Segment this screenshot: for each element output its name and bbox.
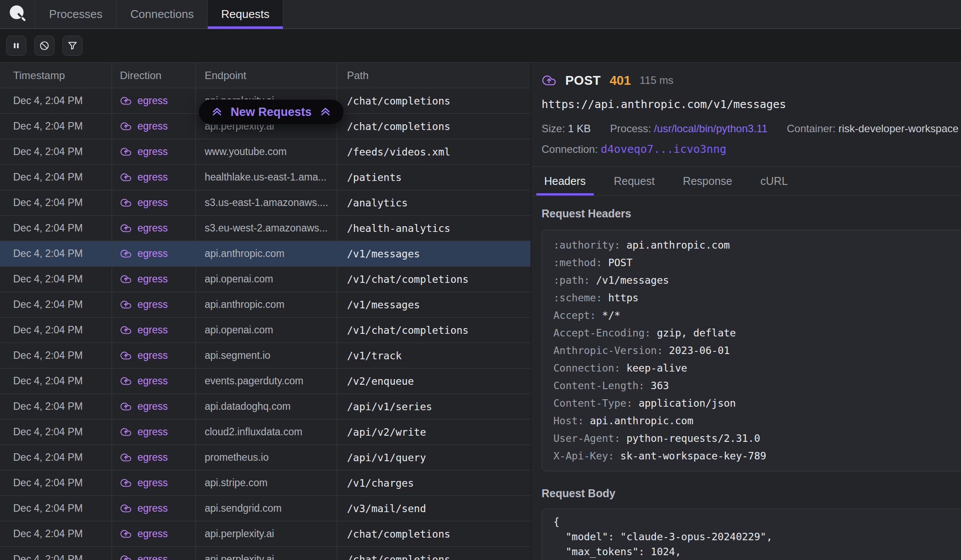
http-method: POST — [565, 73, 601, 88]
filter-button[interactable] — [62, 36, 83, 56]
endpoint-cell: s3.eu-west-2.amazonaws... — [196, 216, 337, 241]
column-header-timestamp: Timestamp — [0, 63, 112, 88]
path-cell: /chat/completions — [337, 121, 531, 132]
cloud-upload-icon — [120, 248, 132, 260]
header-key: Accept: — [553, 310, 602, 321]
app-logo-button[interactable] — [0, 0, 35, 28]
table-row[interactable]: Dec 4, 2:04 PM egress api.perplexity.ai … — [0, 547, 531, 560]
table-row[interactable]: Dec 4, 2:04 PM egress events.pagerduty.c… — [0, 369, 531, 394]
header-line: X-Api-Key: sk-ant-workspace-key-789 — [553, 447, 951, 465]
direction-label: egress — [137, 95, 168, 107]
connection-row: Connection: d4oveqo7...icvo3nng — [542, 143, 961, 156]
path-cell: /chat/completions — [337, 95, 531, 107]
direction-badge: egress — [120, 324, 168, 336]
cloud-upload-icon — [120, 528, 132, 540]
table-row[interactable]: Dec 4, 2:04 PM egress prometheus.io /api… — [0, 445, 531, 470]
table-row[interactable]: Dec 4, 2:04 PM egress api.stripe.com /v1… — [0, 470, 531, 496]
direction-label: egress — [137, 401, 168, 412]
table-row[interactable]: Dec 4, 2:04 PM egress healthlake.us-east… — [0, 165, 531, 190]
header-key: Content-Type: — [553, 397, 639, 409]
size-value: 1 KB — [568, 123, 591, 134]
container-value: risk-developer-workspace — [838, 123, 958, 134]
new-requests-label: New Requests — [231, 105, 312, 119]
table-row[interactable]: Dec 4, 2:04 PM egress www.youtube.com /f… — [0, 139, 531, 165]
main-split: Timestamp Direction Endpoint Path Dec 4,… — [0, 62, 961, 560]
cloud-upload-icon — [120, 502, 132, 514]
tab-processes[interactable]: Processes — [35, 0, 117, 28]
requests-toolbar — [0, 29, 961, 62]
request-meta-row: Size: 1 KB Process: /usr/local/bin/pytho… — [542, 123, 961, 136]
header-key: Host: — [553, 415, 590, 426]
header-line: Accept: */* — [553, 307, 951, 324]
table-row[interactable]: Dec 4, 2:04 PM egress api.datadoghq.com … — [0, 394, 531, 419]
direction-badge: egress — [120, 426, 168, 438]
header-line: Accept-Encoding: gzip, deflate — [553, 324, 951, 342]
method-row: POST 401 115 ms — [542, 72, 961, 88]
direction-badge: egress — [120, 528, 168, 540]
container-field: Container: risk-developer-workspace — [787, 123, 959, 136]
detail-tab-response[interactable]: Response — [675, 167, 741, 195]
direction-badge: egress — [120, 95, 168, 107]
connection-link[interactable]: d4oveqo7...icvo3nng — [601, 143, 726, 155]
path-cell: /chat/completions — [337, 554, 531, 560]
table-row[interactable]: Dec 4, 2:04 PM egress api.sendgrid.com /… — [0, 496, 531, 521]
topbar-filler — [283, 0, 961, 28]
direction-cell: egress — [112, 88, 196, 113]
header-value: api.anthropic.com — [626, 239, 730, 251]
new-requests-pill[interactable]: New Requests — [199, 99, 344, 125]
endpoint-cell: api.datadoghq.com — [196, 394, 337, 419]
request-headers-title: Request Headers — [542, 207, 961, 220]
header-value: application/json — [639, 397, 736, 409]
chevrons-up-icon — [210, 105, 224, 119]
table-row[interactable]: Dec 4, 2:04 PM egress api.segment.io /v1… — [0, 343, 531, 369]
direction-cell: egress — [112, 369, 196, 394]
direction-cell: egress — [112, 419, 196, 444]
table-row[interactable]: Dec 4, 2:04 PM egress s3.us-east-1.amazo… — [0, 190, 531, 216]
container-label: Container: — [787, 123, 836, 134]
timestamp-cell: Dec 4, 2:04 PM — [0, 394, 112, 419]
path-cell: /feeds/videos.xml — [337, 146, 531, 158]
detail-tab-content: Request Headers :authority: api.anthropi… — [531, 196, 961, 560]
detail-tab-request[interactable]: Request — [606, 167, 663, 195]
path-cell: /v1/track — [337, 350, 531, 361]
header-value: */* — [602, 310, 621, 321]
detail-tab-curl[interactable]: cURL — [752, 167, 796, 195]
cloud-upload-icon — [120, 95, 132, 107]
direction-label: egress — [137, 146, 168, 158]
path-cell: /v1/messages — [337, 248, 531, 260]
table-row[interactable]: Dec 4, 2:04 PM egress cloud2.influxdata.… — [0, 419, 531, 445]
detail-tab-headers[interactable]: Headers — [536, 167, 594, 195]
timestamp-cell: Dec 4, 2:04 PM — [0, 470, 112, 495]
block-button[interactable] — [34, 36, 54, 56]
filter-icon — [67, 40, 78, 51]
direction-badge: egress — [120, 120, 168, 132]
timestamp-cell: Dec 4, 2:04 PM — [0, 139, 112, 164]
table-row[interactable]: Dec 4, 2:04 PM egress api.anthropic.com … — [0, 292, 531, 318]
cloud-upload-icon — [120, 146, 132, 158]
table-row[interactable]: Dec 4, 2:04 PM egress api.openai.com /v1… — [0, 318, 531, 343]
column-header-endpoint: Endpoint — [196, 63, 337, 88]
pause-button[interactable] — [6, 36, 26, 56]
header-line: :authority: api.anthropic.com — [553, 236, 951, 254]
tab-connections[interactable]: Connections — [117, 0, 208, 28]
top-tab-bar: Processes Connections Requests — [0, 0, 961, 29]
endpoint-cell: api.perplexity.ai — [196, 547, 337, 560]
table-row[interactable]: Dec 4, 2:04 PM egress api.openai.com /v1… — [0, 267, 531, 292]
direction-badge: egress — [120, 248, 168, 260]
header-line: Connection: keep-alive — [553, 359, 951, 377]
header-line: Content-Type: application/json — [553, 394, 951, 412]
table-row[interactable]: Dec 4, 2:04 PM egress api.perplexity.ai … — [0, 521, 531, 547]
direction-cell: egress — [112, 292, 196, 317]
pause-icon — [11, 40, 22, 51]
table-row[interactable]: Dec 4, 2:04 PM egress s3.eu-west-2.amazo… — [0, 216, 531, 241]
direction-cell: egress — [112, 496, 196, 521]
header-key: :method: — [553, 257, 608, 268]
tab-requests[interactable]: Requests — [208, 0, 283, 28]
request-body-title: Request Body — [542, 487, 961, 500]
path-cell: /api/v1/series — [337, 401, 531, 412]
timestamp-cell: Dec 4, 2:04 PM — [0, 496, 112, 521]
direction-badge: egress — [120, 401, 168, 412]
direction-cell: egress — [112, 216, 196, 241]
process-link[interactable]: /usr/local/bin/python3.11 — [654, 123, 767, 134]
table-row[interactable]: Dec 4, 2:04 PM egress api.anthropic.com … — [0, 241, 531, 267]
